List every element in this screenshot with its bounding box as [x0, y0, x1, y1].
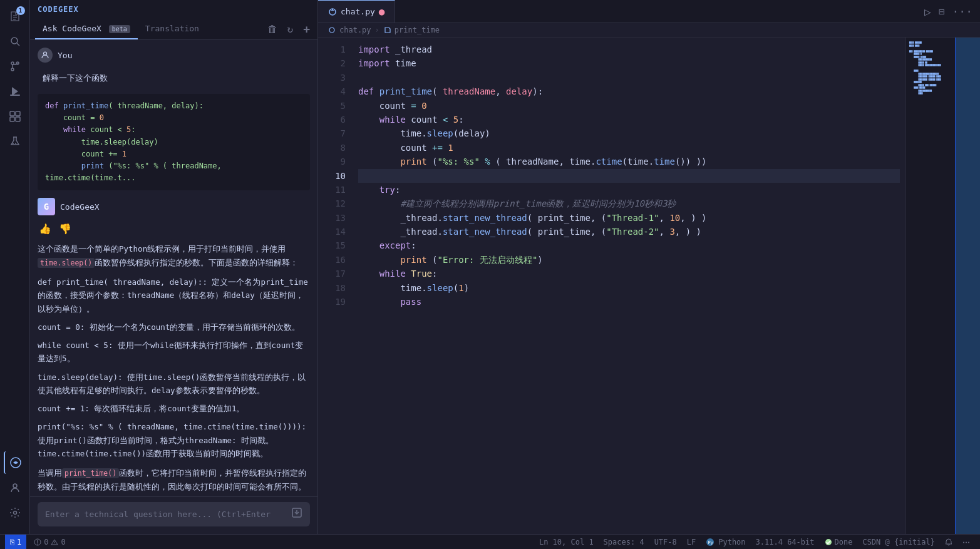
svg-point-12 [13, 484, 17, 488]
svg-rect-10 [16, 117, 20, 121]
ln-10: 10 [323, 169, 346, 183]
csdn-status[interactable]: CSDN @ {initial} [857, 535, 940, 550]
code-line-18: time.sleep(1) [358, 281, 900, 295]
activity-bottom [4, 476, 26, 529]
panel-tab-actions: 🗑 ↻ + [265, 20, 312, 38]
settings-icon[interactable] [4, 501, 26, 524]
errors-status[interactable]: 0 0 [29, 535, 70, 550]
code-line-14: _thread.start_new_thread( print_time, ("… [358, 225, 900, 239]
tab-translation-label: Translation [145, 24, 199, 33]
codegeex-icon[interactable] [4, 451, 26, 474]
svg-rect-9 [10, 117, 14, 121]
editor-tab-chat-py[interactable]: chat.py ● [318, 0, 395, 23]
more-actions-icon[interactable]: ··· [949, 3, 975, 21]
tab-ask-label: Ask CodeGeeX [43, 24, 101, 33]
language-text: Python [718, 538, 745, 546]
code-line-8: count += 1 [358, 141, 900, 155]
code-line-15: except: [358, 239, 900, 252]
ln-11: 11 [323, 183, 346, 197]
code-line-10 [358, 169, 900, 183]
panel-header: CODEGEEX [30, 0, 317, 19]
code-editor: 1 2 3 4 5 6 7 8 9 10 11 12 13 14 15 16 1 [318, 38, 905, 534]
run-debug-icon[interactable] [4, 80, 26, 103]
chat-area: You 解释一下这个函数 def print_time( threadName,… [30, 40, 317, 496]
bot-conclusion: 当调用print_time()函数时，它将打印当前时间，并暂停线程执行指定的秒数… [38, 464, 310, 496]
chat-input[interactable] [45, 510, 286, 519]
code-line-9: print ("%s: %s" % ( threadName, time.cti… [358, 155, 900, 168]
tab-filename: chat.py [341, 7, 375, 16]
extensions-icon[interactable] [4, 105, 26, 128]
svg-point-14 [44, 52, 47, 55]
ln-8: 8 [323, 141, 346, 155]
status-right: Ln 10, Col 1 Spaces: 4 UTF-8 LF Py Pytho… [534, 535, 975, 550]
run-split-icon[interactable]: ▷ [922, 3, 934, 21]
svg-rect-27 [966, 541, 967, 543]
thumbs-up-icon[interactable]: 👍 [38, 222, 53, 236]
user-question-text: 解释一下这个函数 [38, 68, 310, 89]
code-content[interactable]: import _thread import time def print_tim… [353, 43, 905, 529]
notification-status[interactable] [940, 535, 957, 550]
ln-13: 13 [323, 211, 346, 225]
activity-bar: 1 [0, 0, 30, 534]
breadcrumb-sep: › [375, 26, 379, 34]
ln-1: 1 [323, 43, 346, 56]
split-editor-icon[interactable]: ⊟ [936, 3, 947, 20]
flask-icon[interactable] [4, 130, 26, 153]
tab-ask-codegeex[interactable]: Ask CodeGeeX beta [35, 19, 138, 39]
svg-rect-7 [10, 111, 14, 116]
svg-point-21 [37, 543, 38, 545]
ln-4: 4 [323, 85, 346, 98]
language-status[interactable]: Py Python [701, 535, 750, 550]
svg-point-25 [825, 539, 832, 545]
encoding-status[interactable]: UTF-8 [649, 535, 682, 550]
indentation-status[interactable]: Spaces: 4 [599, 535, 649, 550]
source-control-status[interactable]: ⎘ 1 [5, 535, 26, 550]
thumbs-down-icon[interactable]: 👎 [58, 222, 73, 236]
svg-marker-5 [12, 87, 18, 96]
search-icon[interactable] [4, 30, 26, 53]
source-control-icon[interactable] [4, 55, 26, 78]
explorer-icon[interactable]: 1 [4, 5, 26, 28]
ln-3: 3 [323, 71, 346, 85]
user-code-block: def print_time( threadName, delay): coun… [38, 94, 310, 190]
source-control-text: 1 [17, 538, 21, 546]
more-status[interactable] [957, 535, 975, 550]
done-status-item[interactable]: Done [820, 535, 858, 550]
add-tab-icon[interactable]: + [301, 20, 312, 38]
svg-point-18 [329, 28, 334, 33]
python-version-status[interactable]: 3.11.4 64-bit [751, 535, 820, 550]
code-line-6: while count < 5: [358, 113, 900, 126]
code-line-5: count = 0 [358, 99, 900, 113]
tab-translation[interactable]: Translation [138, 19, 207, 39]
editor-tab-actions: ▷ ⊟ ··· [922, 3, 980, 21]
ln-15: 15 [323, 239, 346, 252]
explanation-list: def print_time( threadName, delay):: 定义一… [38, 275, 310, 460]
svg-rect-26 [963, 541, 964, 543]
line-ending-status[interactable]: LF [682, 535, 701, 550]
minimap-content: ████ ██████ ████ ████ ███ ██████████ ███… [905, 38, 955, 99]
encoding-text: UTF-8 [654, 538, 677, 546]
breadcrumb-file[interactable]: chat.py [339, 26, 371, 34]
code-line-3 [358, 71, 900, 85]
account-icon[interactable] [4, 476, 26, 499]
status-left: ⎘ 1 0 0 [5, 535, 71, 550]
ln-16: 16 [323, 253, 346, 267]
code-line-16: print ("Error: 无法启动线程") [358, 253, 900, 267]
svg-rect-6 [10, 95, 20, 96]
editor-area: chat.py ● ▷ ⊟ ··· chat.py › print_time 1… [318, 0, 980, 534]
list-item-3: while count < 5: 使用一个while循环来执行打印操作，直到co… [38, 339, 310, 366]
breadcrumb-function[interactable]: print_time [395, 26, 440, 34]
refresh-action-icon[interactable]: ↻ [285, 21, 296, 38]
cursor-position-status[interactable]: Ln 10, Col 1 [534, 535, 599, 550]
chat-input-wrapper[interactable] [38, 502, 310, 526]
ln-17: 17 [323, 267, 346, 280]
line-ending-text: LF [687, 538, 696, 546]
code-line-12: #建立两个线程分别调用print_time函数，延迟时间分别为10秒和3秒 [358, 197, 900, 210]
cursor-pos-text: Ln 10, Col 1 [539, 538, 594, 546]
bot-avatar-icon: G [38, 198, 55, 215]
status-bar: ⎘ 1 0 0 Ln 10, Col 1 Spaces: 4 UTF-8 LF … [0, 534, 980, 549]
python-version-text: 3.11.4 64-bit [756, 538, 815, 546]
send-button[interactable] [291, 507, 302, 521]
bot-message-intro: 这个函数是一个简单的Python线程示例，用于打印当前时间，并使用time.sl… [38, 240, 310, 272]
trash-action-icon[interactable]: 🗑 [265, 21, 280, 38]
